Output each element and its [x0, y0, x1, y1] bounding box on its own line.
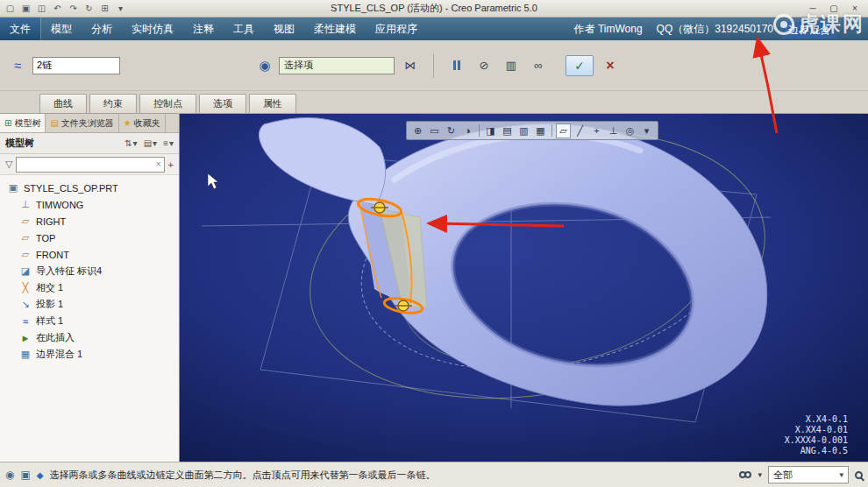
tree-item-csys-timwong[interactable]: ⊥ TIMWONG	[0, 196, 179, 213]
tree-columns-icon[interactable]: ▤▾	[144, 138, 157, 148]
navigator-panel: ⊞ 模型树 ▤ 文件夹浏览器 ★ 收藏夹 模型树 ⇅▾ ▤▾ ≡▾	[0, 114, 180, 462]
repaint-icon[interactable]: ↻	[444, 124, 459, 138]
graphics-area[interactable]: X.X4-0.1 X.XX4-0.01 X.XXX4-0.001 ANG.4-0…	[180, 114, 868, 462]
no-preview-button[interactable]: ⊘	[473, 56, 494, 75]
tree-item-intersect-1[interactable]: ╳ 相交 1	[0, 279, 179, 296]
tab-folder-browser-label: 文件夹浏览器	[61, 117, 114, 130]
csys-display-icon[interactable]: ⊥	[606, 124, 621, 138]
browser-toggle-icon[interactable]: ▣	[20, 469, 30, 481]
tree-item-style-1[interactable]: ≈ 样式 1	[0, 313, 179, 329]
regenerate-icon[interactable]: ↻	[82, 2, 96, 16]
tree-search-input[interactable]	[17, 159, 153, 170]
tab-favorites[interactable]: ★ 收藏夹	[119, 114, 166, 132]
ok-button[interactable]: ✓	[566, 55, 594, 76]
find-icon[interactable]	[739, 471, 751, 478]
pause-button[interactable]	[446, 56, 467, 75]
prompt-icon: ◆	[37, 470, 44, 480]
panel-tab-control-points[interactable]: 控制点	[139, 94, 196, 113]
tab-model-tree[interactable]: ⊞ 模型树	[0, 114, 46, 132]
snap-readout-line1: X.X4-0.1	[806, 414, 848, 424]
find-chevron-icon[interactable]: ▾	[758, 470, 762, 479]
tree-item-import-feature[interactable]: ◪ 导入特征 标识4	[0, 263, 179, 279]
panel-tab-constraints[interactable]: 约束	[89, 94, 137, 113]
zoom-window-icon[interactable]: ▭	[427, 124, 442, 138]
wireframe-icon[interactable]: ▦	[533, 124, 548, 138]
attached-preview-button[interactable]: ▥	[501, 56, 522, 75]
display-style-icon[interactable]: ◨	[483, 124, 498, 138]
3d-viewport-canvas[interactable]: X.X4-0.1 X.XX4-0.01 X.XXX4-0.001 ANG.4-0…	[180, 114, 868, 462]
contact-text: QQ（微信）3192450170	[657, 22, 773, 37]
tree-item-project-1[interactable]: ↘ 投影 1	[0, 296, 179, 313]
tab-annotate[interactable]: 注释	[183, 18, 224, 40]
tree-item-label: 投影 1	[36, 298, 63, 311]
tree-item-plane-top[interactable]: ▱ TOP	[0, 229, 179, 246]
tree-item-label: 边界混合 1	[36, 348, 82, 361]
tab-tools[interactable]: 工具	[224, 18, 264, 40]
preview-glasses-button[interactable]: ∞	[528, 56, 549, 75]
panel-tab-curves[interactable]: 曲线	[39, 94, 87, 113]
tree-item-part-root[interactable]: ▣ STYLE_CLS_OP.PRT	[0, 180, 179, 196]
hidden-line-icon[interactable]: ▥	[516, 124, 531, 138]
tab-flexible-modeling[interactable]: 柔性建模	[304, 18, 366, 40]
add-filter-icon[interactable]: +	[168, 159, 174, 170]
snap-readout-line3: X.XXX4-0.001	[785, 435, 848, 445]
part-icon: ▣	[7, 182, 19, 194]
tree-settings-icon[interactable]: ≡▾	[163, 138, 174, 148]
selection-filter-dropdown[interactable]: 全部 ▾	[768, 466, 849, 483]
tree-filter-icon[interactable]: ⇅▾	[125, 138, 137, 148]
tab-applications[interactable]: 应用程序	[366, 18, 427, 40]
navigator-tabs: ⊞ 模型树 ▤ 文件夹浏览器 ★ 收藏夹	[0, 114, 179, 133]
search-icon[interactable]	[855, 471, 863, 479]
snap-readout-line2: X.XX4-0.01	[795, 425, 848, 434]
windows-icon[interactable]: ⊞	[97, 2, 112, 16]
tab-file[interactable]: 文件	[0, 18, 41, 40]
exact-geometry-toggle-icon[interactable]: ⋈	[400, 56, 421, 75]
spin-center-icon[interactable]: ◎	[623, 124, 637, 138]
close-button[interactable]: ×	[844, 2, 865, 15]
datum-plane-icon: ▱	[19, 232, 32, 244]
datum-axis-display-icon[interactable]: ╱	[573, 124, 587, 138]
model-tree-toolbar: 模型树 ⇅▾ ▤▾ ≡▾	[0, 133, 179, 154]
model-tree-title: 模型树	[5, 137, 34, 150]
tree-item-plane-front[interactable]: ▱ FRONT	[0, 246, 179, 263]
redo-icon[interactable]: ↷	[66, 2, 81, 16]
toolbar-separator	[479, 124, 480, 137]
tab-view[interactable]: 视图	[264, 18, 304, 40]
filter-funnel-icon[interactable]: ▽	[5, 159, 12, 170]
tree-item-insert-here[interactable]: ► 在此插入	[0, 329, 179, 346]
tab-folder-browser[interactable]: ▤ 文件夹浏览器	[46, 114, 118, 132]
new-file-icon[interactable]: ▢	[3, 2, 18, 16]
second-direction-collector[interactable]: 选择项	[279, 57, 395, 74]
panel-tab-options[interactable]: 选项	[199, 94, 246, 113]
intersect-icon: ╳	[19, 282, 32, 293]
tab-live-simulation[interactable]: 实时仿真	[122, 18, 183, 40]
tree-item-plane-right[interactable]: ▱ RIGHT	[0, 213, 179, 229]
zoom-in-icon[interactable]: ⊕	[410, 124, 425, 138]
navigator-toggle-icon[interactable]: ◉	[5, 469, 14, 481]
window-controls: ─ ▢ ×	[802, 2, 865, 15]
qat-more-icon[interactable]: ▾	[113, 2, 128, 16]
datum-point-display-icon[interactable]: +	[589, 124, 604, 138]
tab-model[interactable]: 模型	[41, 18, 82, 40]
quick-access-toolbar: ▢ ▣ ◫ ↶ ↷ ↻ ⊞ ▾	[3, 2, 128, 16]
view-manager-icon[interactable]: ▾	[639, 124, 654, 138]
panel-tab-properties[interactable]: 属性	[249, 94, 296, 113]
shaded-icon[interactable]: ◑	[460, 124, 475, 138]
clear-search-icon[interactable]: ×	[153, 159, 164, 169]
tree-item-label: TIMWONG	[36, 200, 83, 210]
datum-plane-display-icon[interactable]: ▱	[556, 124, 571, 138]
open-file-icon[interactable]: ▣	[18, 2, 33, 16]
first-direction-collector[interactable]	[32, 57, 120, 74]
no-hidden-icon[interactable]: ▤	[500, 124, 515, 138]
tab-analysis[interactable]: 分析	[82, 18, 122, 40]
undo-icon[interactable]: ↶	[50, 2, 65, 16]
title-bar: ▢ ▣ ◫ ↶ ↷ ↻ ⊞ ▾ STYLE_CLS_OP (活动的) - Cre…	[0, 0, 868, 18]
boundary-blend-feature-icon: ≈	[9, 58, 26, 73]
maximize-button[interactable]: ▢	[823, 2, 844, 15]
minimize-button[interactable]: ─	[802, 2, 823, 15]
tree-item-boundary-blend-1[interactable]: ▦ 边界混合 1	[0, 346, 179, 363]
star-icon: ★	[124, 118, 132, 128]
boundary-blend-icon: ▦	[19, 349, 32, 360]
cancel-button[interactable]: ×	[600, 56, 621, 75]
save-icon[interactable]: ◫	[34, 2, 49, 16]
